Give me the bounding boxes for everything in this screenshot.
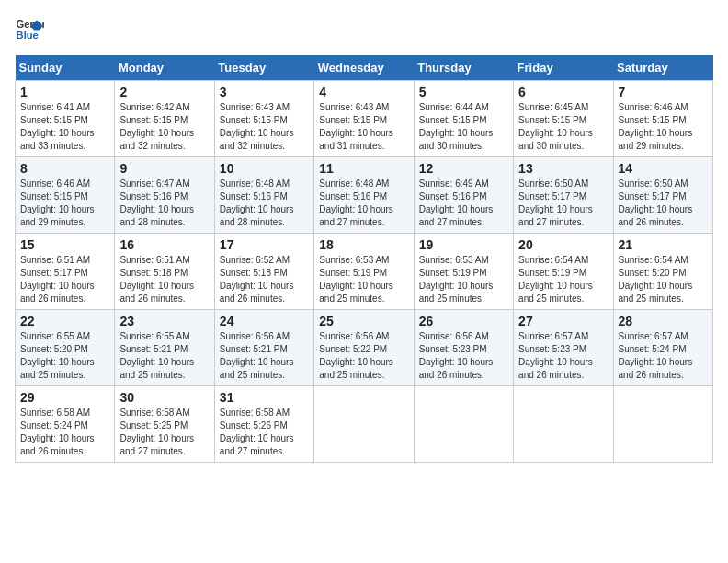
day-number: 21 (619, 237, 708, 252)
calendar-day-cell: 14 Sunrise: 6:50 AM Sunset: 5:17 PM Dayl… (613, 157, 712, 234)
calendar-day-cell: 20 Sunrise: 6:54 AM Sunset: 5:19 PM Dayl… (514, 234, 613, 310)
weekday-header: Monday (115, 55, 214, 81)
calendar-week-row: 22 Sunrise: 6:55 AM Sunset: 5:20 PM Dayl… (16, 310, 713, 386)
calendar-week-row: 1 Sunrise: 6:41 AM Sunset: 5:15 PM Dayli… (16, 81, 713, 157)
weekday-header: Wednesday (314, 55, 414, 81)
day-number: 29 (20, 390, 109, 405)
day-info: Sunrise: 6:56 AM Sunset: 5:23 PM Dayligh… (419, 330, 508, 382)
calendar-day-cell: 21 Sunrise: 6:54 AM Sunset: 5:20 PM Dayl… (613, 234, 712, 310)
day-info: Sunrise: 6:46 AM Sunset: 5:15 PM Dayligh… (20, 178, 109, 229)
weekday-header: Tuesday (214, 55, 313, 81)
day-number: 15 (20, 237, 109, 252)
page-header: General Blue (15, 15, 713, 44)
day-info: Sunrise: 6:55 AM Sunset: 5:20 PM Dayligh… (20, 330, 109, 382)
calendar-day-cell: 27 Sunrise: 6:57 AM Sunset: 5:23 PM Dayl… (514, 310, 613, 386)
day-number: 3 (220, 85, 309, 99)
day-info: Sunrise: 6:54 AM Sunset: 5:19 PM Dayligh… (518, 254, 608, 305)
day-info: Sunrise: 6:43 AM Sunset: 5:15 PM Dayligh… (220, 101, 309, 153)
weekday-header: Sunday (16, 55, 115, 81)
day-number: 20 (518, 237, 608, 252)
calendar-day-cell: 29 Sunrise: 6:58 AM Sunset: 5:24 PM Dayl… (16, 386, 115, 463)
day-info: Sunrise: 6:51 AM Sunset: 5:17 PM Dayligh… (20, 254, 109, 305)
day-info: Sunrise: 6:42 AM Sunset: 5:15 PM Dayligh… (119, 101, 209, 153)
calendar-week-row: 29 Sunrise: 6:58 AM Sunset: 5:24 PM Dayl… (16, 386, 713, 463)
day-info: Sunrise: 6:48 AM Sunset: 5:16 PM Dayligh… (319, 178, 408, 229)
day-number: 30 (119, 390, 209, 405)
day-number: 26 (419, 314, 508, 328)
calendar-day-cell: 4 Sunrise: 6:43 AM Sunset: 5:15 PM Dayli… (314, 81, 414, 157)
calendar-day-cell: 11 Sunrise: 6:48 AM Sunset: 5:16 PM Dayl… (314, 157, 414, 234)
calendar-day-cell: 9 Sunrise: 6:47 AM Sunset: 5:16 PM Dayli… (115, 157, 214, 234)
day-number: 7 (619, 85, 708, 99)
day-info: Sunrise: 6:48 AM Sunset: 5:16 PM Dayligh… (220, 178, 309, 229)
calendar-day-cell: 19 Sunrise: 6:53 AM Sunset: 5:19 PM Dayl… (414, 234, 513, 310)
calendar-day-cell: 24 Sunrise: 6:56 AM Sunset: 5:21 PM Dayl… (214, 310, 313, 386)
calendar-day-cell: 10 Sunrise: 6:48 AM Sunset: 5:16 PM Dayl… (214, 157, 313, 234)
calendar-day-cell: 25 Sunrise: 6:56 AM Sunset: 5:22 PM Dayl… (314, 310, 414, 386)
day-number: 12 (419, 161, 508, 176)
day-number: 6 (518, 85, 608, 99)
day-number: 31 (220, 390, 309, 405)
day-info: Sunrise: 6:53 AM Sunset: 5:19 PM Dayligh… (419, 254, 508, 305)
calendar-day-cell: 2 Sunrise: 6:42 AM Sunset: 5:15 PM Dayli… (115, 81, 214, 157)
day-number: 28 (619, 314, 708, 328)
day-info: Sunrise: 6:57 AM Sunset: 5:24 PM Dayligh… (619, 330, 708, 382)
day-info: Sunrise: 6:51 AM Sunset: 5:18 PM Dayligh… (119, 254, 209, 305)
logo: General Blue (15, 15, 48, 44)
calendar-day-cell: 31 Sunrise: 6:58 AM Sunset: 5:26 PM Dayl… (214, 386, 313, 463)
day-number: 16 (119, 237, 209, 252)
day-number: 22 (20, 314, 109, 328)
weekday-header: Thursday (414, 55, 513, 81)
day-info: Sunrise: 6:44 AM Sunset: 5:15 PM Dayligh… (419, 101, 508, 153)
day-number: 10 (220, 161, 309, 176)
day-info: Sunrise: 6:46 AM Sunset: 5:15 PM Dayligh… (619, 101, 708, 153)
day-number: 4 (319, 85, 408, 99)
calendar-day-cell (314, 386, 414, 463)
day-info: Sunrise: 6:45 AM Sunset: 5:15 PM Dayligh… (518, 101, 608, 153)
day-info: Sunrise: 6:50 AM Sunset: 5:17 PM Dayligh… (619, 178, 708, 229)
calendar-day-cell: 18 Sunrise: 6:53 AM Sunset: 5:19 PM Dayl… (314, 234, 414, 310)
day-info: Sunrise: 6:47 AM Sunset: 5:16 PM Dayligh… (119, 178, 209, 229)
day-number: 25 (319, 314, 408, 328)
weekday-header: Saturday (613, 55, 712, 81)
day-info: Sunrise: 6:56 AM Sunset: 5:21 PM Dayligh… (220, 330, 309, 382)
calendar-week-row: 15 Sunrise: 6:51 AM Sunset: 5:17 PM Dayl… (16, 234, 713, 310)
calendar-day-cell: 13 Sunrise: 6:50 AM Sunset: 5:17 PM Dayl… (514, 157, 613, 234)
day-number: 14 (619, 161, 708, 176)
calendar-day-cell: 5 Sunrise: 6:44 AM Sunset: 5:15 PM Dayli… (414, 81, 513, 157)
calendar-day-cell: 26 Sunrise: 6:56 AM Sunset: 5:23 PM Dayl… (414, 310, 513, 386)
calendar-table: SundayMondayTuesdayWednesdayThursdayFrid… (15, 55, 713, 463)
day-info: Sunrise: 6:41 AM Sunset: 5:15 PM Dayligh… (20, 101, 109, 153)
day-number: 17 (220, 237, 309, 252)
day-info: Sunrise: 6:54 AM Sunset: 5:20 PM Dayligh… (619, 254, 708, 305)
day-info: Sunrise: 6:53 AM Sunset: 5:19 PM Dayligh… (319, 254, 408, 305)
day-number: 1 (20, 85, 109, 99)
day-number: 27 (518, 314, 608, 328)
calendar-day-cell: 16 Sunrise: 6:51 AM Sunset: 5:18 PM Dayl… (115, 234, 214, 310)
calendar-day-cell: 17 Sunrise: 6:52 AM Sunset: 5:18 PM Dayl… (214, 234, 313, 310)
day-number: 19 (419, 237, 508, 252)
calendar-day-cell: 3 Sunrise: 6:43 AM Sunset: 5:15 PM Dayli… (214, 81, 313, 157)
day-number: 11 (319, 161, 408, 176)
calendar-day-cell (514, 386, 613, 463)
calendar-day-cell: 8 Sunrise: 6:46 AM Sunset: 5:15 PM Dayli… (16, 157, 115, 234)
day-number: 2 (119, 85, 209, 99)
calendar-day-cell: 6 Sunrise: 6:45 AM Sunset: 5:15 PM Dayli… (514, 81, 613, 157)
day-info: Sunrise: 6:55 AM Sunset: 5:21 PM Dayligh… (119, 330, 209, 382)
calendar-day-cell: 12 Sunrise: 6:49 AM Sunset: 5:16 PM Dayl… (414, 157, 513, 234)
calendar-day-cell: 28 Sunrise: 6:57 AM Sunset: 5:24 PM Dayl… (613, 310, 712, 386)
day-info: Sunrise: 6:57 AM Sunset: 5:23 PM Dayligh… (518, 330, 608, 382)
day-info: Sunrise: 6:58 AM Sunset: 5:26 PM Dayligh… (220, 407, 309, 458)
day-info: Sunrise: 6:49 AM Sunset: 5:16 PM Dayligh… (419, 178, 508, 229)
day-info: Sunrise: 6:50 AM Sunset: 5:17 PM Dayligh… (518, 178, 608, 229)
calendar-day-cell: 15 Sunrise: 6:51 AM Sunset: 5:17 PM Dayl… (16, 234, 115, 310)
calendar-day-cell (613, 386, 712, 463)
calendar-day-cell: 1 Sunrise: 6:41 AM Sunset: 5:15 PM Dayli… (16, 81, 115, 157)
calendar-day-cell: 22 Sunrise: 6:55 AM Sunset: 5:20 PM Dayl… (16, 310, 115, 386)
calendar-week-row: 8 Sunrise: 6:46 AM Sunset: 5:15 PM Dayli… (16, 157, 713, 234)
day-info: Sunrise: 6:58 AM Sunset: 5:24 PM Dayligh… (20, 407, 109, 458)
day-info: Sunrise: 6:52 AM Sunset: 5:18 PM Dayligh… (220, 254, 309, 305)
weekday-header: Friday (514, 55, 613, 81)
logo-icon: General Blue (15, 15, 44, 44)
day-info: Sunrise: 6:43 AM Sunset: 5:15 PM Dayligh… (319, 101, 408, 153)
